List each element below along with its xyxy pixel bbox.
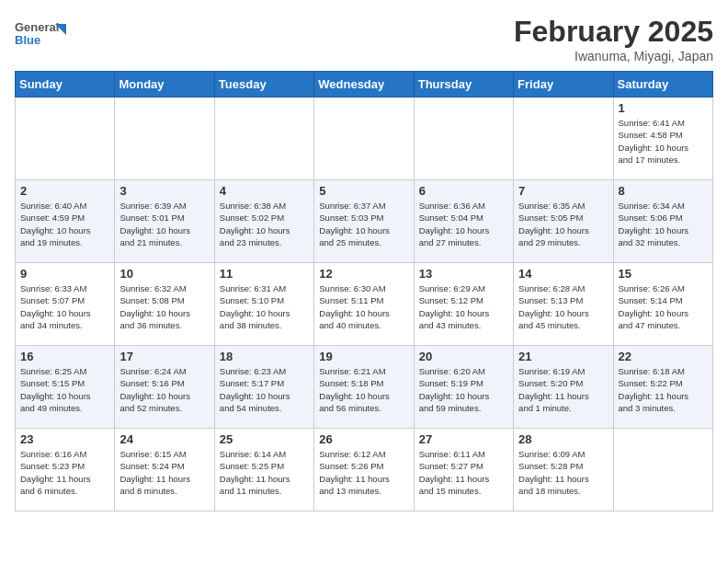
day-number: 17	[119, 350, 209, 363]
day-number: 11	[220, 267, 309, 281]
svg-text:General: General	[15, 20, 59, 34]
weekday-header: Sunday	[16, 72, 115, 98]
day-info: Sunrise: 6:24 AM Sunset: 5:16 PM Dayligh…	[119, 365, 209, 414]
calendar-cell: 8Sunrise: 6:34 AM Sunset: 5:06 PM Daylig…	[613, 180, 712, 263]
calendar-cell	[115, 98, 214, 180]
calendar-cell	[314, 98, 414, 180]
calendar-cell: 15Sunrise: 6:26 AM Sunset: 5:14 PM Dayli…	[613, 263, 712, 346]
day-info: Sunrise: 6:31 AM Sunset: 5:10 PM Dayligh…	[220, 282, 309, 331]
day-info: Sunrise: 6:40 AM Sunset: 4:59 PM Dayligh…	[20, 200, 109, 248]
day-info: Sunrise: 6:12 AM Sunset: 5:26 PM Dayligh…	[319, 448, 408, 497]
calendar-cell	[514, 98, 613, 180]
day-number: 21	[518, 350, 608, 363]
calendar-cell: 9Sunrise: 6:33 AM Sunset: 5:07 PM Daylig…	[16, 263, 115, 346]
calendar-cell: 26Sunrise: 6:12 AM Sunset: 5:26 PM Dayli…	[314, 429, 414, 511]
day-number: 9	[20, 267, 109, 281]
day-info: Sunrise: 6:28 AM Sunset: 5:13 PM Dayligh…	[518, 282, 608, 331]
day-number: 10	[119, 267, 209, 281]
day-info: Sunrise: 6:18 AM Sunset: 5:22 PM Dayligh…	[619, 365, 708, 414]
calendar-cell: 22Sunrise: 6:18 AM Sunset: 5:22 PM Dayli…	[613, 346, 712, 429]
day-number: 16	[20, 350, 109, 363]
day-info: Sunrise: 6:41 AM Sunset: 4:58 PM Dayligh…	[619, 117, 708, 166]
calendar-cell: 18Sunrise: 6:23 AM Sunset: 5:17 PM Dayli…	[214, 346, 313, 429]
calendar-cell: 7Sunrise: 6:35 AM Sunset: 5:05 PM Daylig…	[514, 180, 613, 263]
day-info: Sunrise: 6:15 AM Sunset: 5:24 PM Dayligh…	[119, 448, 209, 497]
calendar-cell: 5Sunrise: 6:37 AM Sunset: 5:03 PM Daylig…	[314, 180, 414, 263]
calendar-cell: 24Sunrise: 6:15 AM Sunset: 5:24 PM Dayli…	[115, 429, 214, 511]
calendar-week-row: 1Sunrise: 6:41 AM Sunset: 4:58 PM Daylig…	[16, 98, 713, 180]
day-info: Sunrise: 6:34 AM Sunset: 5:06 PM Dayligh…	[619, 200, 708, 248]
day-info: Sunrise: 6:21 AM Sunset: 5:18 PM Dayligh…	[319, 365, 408, 414]
title-block: February 2025 Iwanuma, Miyagi, Japan	[514, 15, 713, 63]
day-number: 15	[619, 267, 708, 281]
calendar-week-row: 2Sunrise: 6:40 AM Sunset: 4:59 PM Daylig…	[16, 180, 713, 263]
day-number: 27	[419, 432, 508, 446]
calendar-cell: 2Sunrise: 6:40 AM Sunset: 4:59 PM Daylig…	[16, 180, 115, 263]
day-info: Sunrise: 6:39 AM Sunset: 5:01 PM Dayligh…	[119, 200, 209, 248]
day-number: 1	[619, 101, 708, 115]
calendar-cell: 16Sunrise: 6:25 AM Sunset: 5:15 PM Dayli…	[16, 346, 115, 429]
page-header: General Blue February 2025 Iwanuma, Miya…	[15, 15, 713, 63]
calendar-table: SundayMondayTuesdayWednesdayThursdayFrid…	[15, 71, 713, 511]
day-info: Sunrise: 6:25 AM Sunset: 5:15 PM Dayligh…	[20, 365, 109, 414]
calendar-cell: 27Sunrise: 6:11 AM Sunset: 5:27 PM Dayli…	[414, 429, 513, 511]
day-number: 26	[319, 432, 408, 446]
day-info: Sunrise: 6:37 AM Sunset: 5:03 PM Dayligh…	[319, 200, 408, 248]
day-number: 7	[518, 184, 608, 198]
location: Iwanuma, Miyagi, Japan	[514, 49, 713, 63]
day-number: 22	[619, 350, 708, 363]
calendar-cell: 28Sunrise: 6:09 AM Sunset: 5:28 PM Dayli…	[514, 429, 613, 511]
calendar-week-row: 16Sunrise: 6:25 AM Sunset: 5:15 PM Dayli…	[16, 346, 713, 429]
day-info: Sunrise: 6:26 AM Sunset: 5:14 PM Dayligh…	[619, 282, 708, 331]
day-number: 20	[419, 350, 508, 363]
calendar-cell	[414, 98, 513, 180]
day-number: 28	[518, 432, 608, 446]
calendar-cell: 13Sunrise: 6:29 AM Sunset: 5:12 PM Dayli…	[414, 263, 513, 346]
calendar-cell: 17Sunrise: 6:24 AM Sunset: 5:16 PM Dayli…	[115, 346, 214, 429]
day-number: 4	[220, 184, 309, 198]
calendar-cell: 6Sunrise: 6:36 AM Sunset: 5:04 PM Daylig…	[414, 180, 513, 263]
month-title: February 2025	[514, 15, 713, 49]
calendar-cell	[613, 429, 712, 511]
day-info: Sunrise: 6:16 AM Sunset: 5:23 PM Dayligh…	[20, 448, 109, 497]
day-number: 25	[220, 432, 309, 446]
calendar-cell: 12Sunrise: 6:30 AM Sunset: 5:11 PM Dayli…	[314, 263, 414, 346]
weekday-header: Saturday	[613, 72, 712, 98]
calendar-cell: 23Sunrise: 6:16 AM Sunset: 5:23 PM Dayli…	[16, 429, 115, 511]
day-number: 6	[419, 184, 508, 198]
logo-icon: General Blue	[15, 15, 66, 52]
calendar-cell: 10Sunrise: 6:32 AM Sunset: 5:08 PM Dayli…	[115, 263, 214, 346]
svg-text:Blue: Blue	[15, 33, 40, 47]
day-number: 23	[20, 432, 109, 446]
day-info: Sunrise: 6:23 AM Sunset: 5:17 PM Dayligh…	[220, 365, 309, 414]
day-info: Sunrise: 6:19 AM Sunset: 5:20 PM Dayligh…	[518, 365, 608, 414]
weekday-header: Thursday	[414, 72, 513, 98]
day-info: Sunrise: 6:29 AM Sunset: 5:12 PM Dayligh…	[419, 282, 508, 331]
day-info: Sunrise: 6:14 AM Sunset: 5:25 PM Dayligh…	[220, 448, 309, 497]
weekday-header: Monday	[115, 72, 214, 98]
day-number: 8	[619, 184, 708, 198]
calendar-cell: 25Sunrise: 6:14 AM Sunset: 5:25 PM Dayli…	[214, 429, 313, 511]
calendar-cell: 19Sunrise: 6:21 AM Sunset: 5:18 PM Dayli…	[314, 346, 414, 429]
day-info: Sunrise: 6:35 AM Sunset: 5:05 PM Dayligh…	[518, 200, 608, 248]
calendar-cell: 21Sunrise: 6:19 AM Sunset: 5:20 PM Dayli…	[514, 346, 613, 429]
day-number: 24	[119, 432, 209, 446]
calendar-cell: 1Sunrise: 6:41 AM Sunset: 4:58 PM Daylig…	[613, 98, 712, 180]
calendar-cell: 11Sunrise: 6:31 AM Sunset: 5:10 PM Dayli…	[214, 263, 313, 346]
calendar-cell	[16, 98, 115, 180]
day-info: Sunrise: 6:38 AM Sunset: 5:02 PM Dayligh…	[220, 200, 309, 248]
day-number: 19	[319, 350, 408, 363]
weekday-header: Wednesday	[314, 72, 414, 98]
day-number: 13	[419, 267, 508, 281]
day-info: Sunrise: 6:20 AM Sunset: 5:19 PM Dayligh…	[419, 365, 508, 414]
calendar-week-row: 9Sunrise: 6:33 AM Sunset: 5:07 PM Daylig…	[16, 263, 713, 346]
day-number: 14	[518, 267, 608, 281]
calendar-cell: 3Sunrise: 6:39 AM Sunset: 5:01 PM Daylig…	[115, 180, 214, 263]
day-number: 5	[319, 184, 408, 198]
calendar-cell	[214, 98, 313, 180]
day-info: Sunrise: 6:36 AM Sunset: 5:04 PM Dayligh…	[419, 200, 508, 248]
day-number: 2	[20, 184, 109, 198]
day-info: Sunrise: 6:32 AM Sunset: 5:08 PM Dayligh…	[119, 282, 209, 331]
calendar-cell: 4Sunrise: 6:38 AM Sunset: 5:02 PM Daylig…	[214, 180, 313, 263]
calendar-cell: 20Sunrise: 6:20 AM Sunset: 5:19 PM Dayli…	[414, 346, 513, 429]
